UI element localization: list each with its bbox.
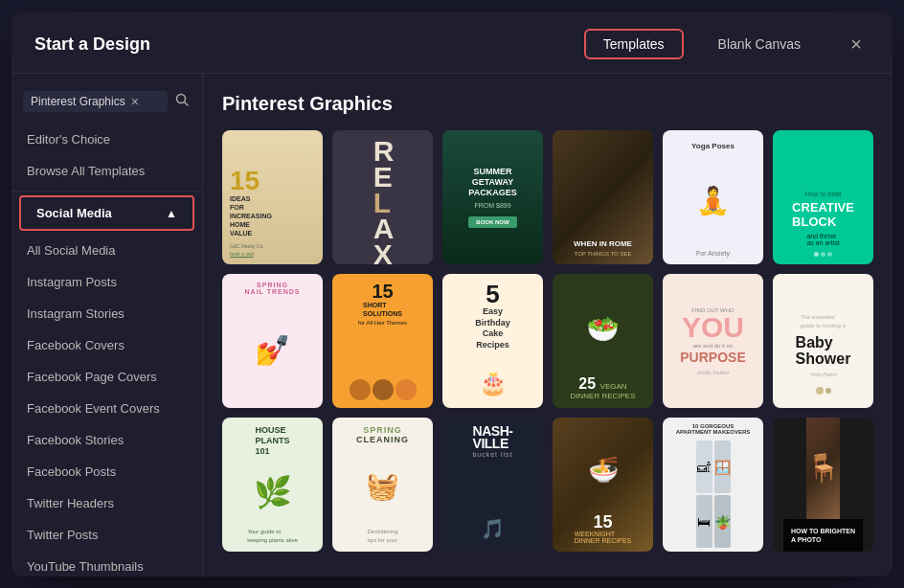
template-card[interactable]: 5 EasyBirthdayCakeRecipes 🎂 xyxy=(442,274,543,408)
template-card[interactable]: 15 SHORTSolutions for All Hair Themes xyxy=(332,274,433,408)
social-media-section[interactable]: Social Media ▲ xyxy=(19,195,194,231)
template-card[interactable]: 🪑 HOW TO BRIGHTENA PHOTO xyxy=(773,418,873,552)
sidebar-item-twitter-headers[interactable]: Twitter Headers xyxy=(11,487,202,519)
close-button[interactable]: × xyxy=(843,31,870,57)
template-card[interactable]: Spring Cleaning 🧺 Declutteringtips for y… xyxy=(332,418,433,552)
template-card[interactable]: WHEN IN ROME TOP THINGS TO SEE xyxy=(553,130,653,264)
template-card[interactable]: 🥗 25 VEGAN Dinner Recipes xyxy=(553,274,653,408)
sidebar-item-instagram-stories[interactable]: Instagram Stories xyxy=(11,298,202,329)
template-card[interactable]: How to beat CREATIVEbLOck and thriveas a… xyxy=(773,130,873,264)
start-design-modal: Start a Design Templates Blank Canvas × … xyxy=(11,11,893,577)
modal-body: Pinterest Graphics × Editor's Choice Bro… xyxy=(11,74,893,577)
template-card[interactable]: 10 GORGEOUSAPARTMENT MAKEOVERS 🛋 🪟 🛏 🪴 xyxy=(663,418,763,552)
template-card[interactable]: NASH-VILLE bucket list 🎵 xyxy=(442,418,543,552)
template-card[interactable]: RELAX with thesecustom spa packages xyxy=(332,130,433,264)
template-card[interactable]: SPRING nail trends 💅 xyxy=(222,274,323,408)
modal-title: Start a Design xyxy=(34,34,150,55)
template-card[interactable]: SUMMERGETAWAYPACKAGES FROM $899 BOOK NOW xyxy=(442,130,543,264)
sidebar-item-facebook-covers[interactable]: Facebook Covers xyxy=(11,329,202,361)
template-card[interactable]: Find out who YOU are and do it on PURPOS… xyxy=(663,274,763,408)
sidebar-item-instagram-posts[interactable]: Instagram Posts xyxy=(11,266,202,298)
search-tag-label: Pinterest Graphics xyxy=(31,95,125,108)
chevron-up-icon: ▲ xyxy=(166,207,177,220)
search-button[interactable] xyxy=(173,91,191,112)
sidebar: Pinterest Graphics × Editor's Choice Bro… xyxy=(11,74,203,577)
sidebar-item-facebook-page-covers[interactable]: Facebook Page Covers xyxy=(11,361,202,393)
template-card[interactable]: 15 IDEASFORINCREASINGHOMEVALUE G&C Realt… xyxy=(222,130,323,264)
sidebar-item-youtube-thumbnails[interactable]: YouTube Thumbnails xyxy=(11,551,202,577)
sidebar-item-facebook-event-covers[interactable]: Facebook Event Covers xyxy=(11,393,202,424)
templates-grid: 15 IDEASFORINCREASINGHOMEVALUE G&C Realt… xyxy=(222,130,873,552)
modal-header: Start a Design Templates Blank Canvas × xyxy=(11,11,893,74)
svg-line-1 xyxy=(185,102,189,106)
sidebar-item-editors-choice[interactable]: Editor's Choice xyxy=(11,124,202,155)
section-title: Pinterest Graphics xyxy=(222,93,873,115)
sidebar-item-all-social[interactable]: All Social Media xyxy=(11,235,202,266)
tab-templates[interactable]: Templates xyxy=(584,29,684,59)
sidebar-item-facebook-posts[interactable]: Facebook Posts xyxy=(11,456,202,487)
search-tag-clear[interactable]: × xyxy=(131,95,139,108)
search-tag: Pinterest Graphics × xyxy=(23,91,168,112)
template-card[interactable]: The essentialguide to hosting a BabyShow… xyxy=(773,274,873,408)
sidebar-item-twitter-posts[interactable]: Twitter Posts xyxy=(11,519,202,551)
search-row: Pinterest Graphics × xyxy=(11,85,202,124)
template-card[interactable]: Yoga Poses 🧘 For Anxiety xyxy=(663,130,763,264)
main-content: Pinterest Graphics 15 IDEASFORINCREASING… xyxy=(203,74,893,577)
sidebar-item-browse-all[interactable]: Browse All Templates xyxy=(11,155,202,187)
template-card[interactable]: 🍜 15 weeknightDinner Recipes xyxy=(553,418,653,552)
sidebar-item-facebook-stories[interactable]: Facebook Stories xyxy=(11,424,202,456)
template-card[interactable]: HOUSEPLANTS101 🌿 Your guide tokeeping pl… xyxy=(222,418,323,552)
tab-blank-canvas[interactable]: Blank Canvas xyxy=(699,29,820,59)
divider xyxy=(11,191,202,192)
